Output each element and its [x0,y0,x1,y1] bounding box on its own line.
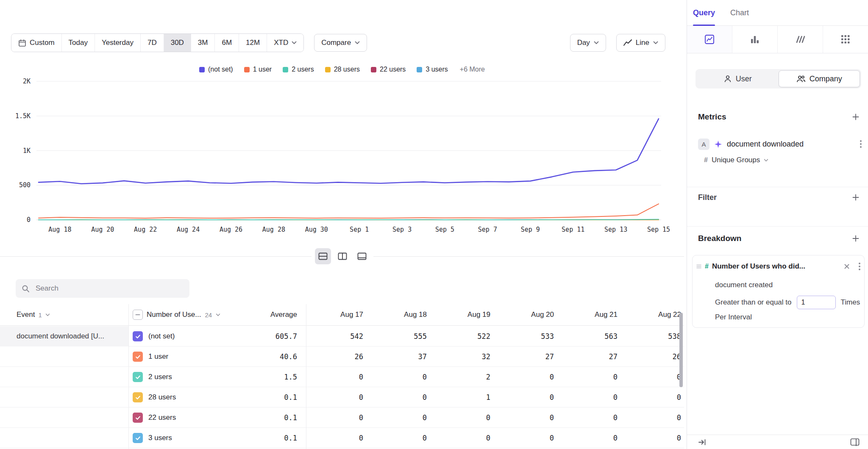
breakdown-menu-button[interactable] [857,261,862,272]
cell-value: 0 [304,387,363,407]
check-icon [135,435,141,441]
remove-breakdown-button[interactable] [843,263,851,270]
cell-value: 538 [622,326,681,346]
event-name-cell[interactable]: document downloaded [U... [0,326,128,346]
series-checkbox[interactable] [133,433,143,443]
metric-menu-button[interactable] [859,139,863,150]
filter-section-header: Filter [698,191,860,203]
plus-icon [852,194,860,201]
table-row: document downloaded [U...(not set)605.75… [0,326,684,346]
series-label: 22 users [148,407,176,428]
cell-value: 0 [495,428,554,448]
collapse-panel-button[interactable] [697,438,707,447]
average-value: 0.1 [237,407,297,428]
breakdown-card: # Number of Users who did... document cr… [692,255,865,328]
toggle-user[interactable]: User [697,70,779,87]
chevron-down-icon [764,159,768,162]
metric-item[interactable]: A document downloaded [698,136,863,152]
breakdown-section-header: Breakdown [698,233,860,244]
cell-value: 0 [558,387,618,407]
check-icon [135,415,141,421]
tab-funnel-chart[interactable] [778,26,823,53]
cell-value: 26 [622,346,681,367]
query-panel: Query Chart User Company [687,0,868,449]
tab-chart[interactable]: Chart [730,0,749,25]
metrics-title: Metrics [698,112,726,122]
cell-value: 555 [367,326,427,346]
table-row: 1 user40.6263732272726 [0,346,684,367]
add-breakdown-button[interactable] [851,234,860,243]
cell-value: 0 [495,367,554,387]
table-row: 22 users0.1000000 [0,407,684,428]
plus-icon [852,235,860,242]
series-label: 28 users [148,387,176,407]
toggle-sidebar-button[interactable] [849,437,860,447]
average-value: 1.5 [237,367,297,387]
number-property-icon: # [705,263,709,270]
threshold-input[interactable] [797,296,836,309]
panel-divider [687,187,868,187]
event-sparkle-icon [714,140,722,148]
cell-value: 0 [367,407,427,428]
panel-divider [687,226,868,227]
tab-query[interactable]: Query [693,0,715,25]
cell-value: 522 [431,326,490,346]
aggregation-label: Unique Groups [712,156,760,164]
series-checkbox[interactable] [133,352,143,362]
breakdown-title: Breakdown [698,234,741,243]
cell-value: 0 [367,428,427,448]
cell-value: 26 [304,346,363,367]
add-metric-button[interactable] [851,112,860,122]
cell-value: 0 [304,428,363,448]
series-checkbox[interactable] [133,372,143,382]
table-row: 28 users0.1001000 [0,387,684,407]
funnel-chart-icon [795,34,805,44]
metric-aggregation-dropdown[interactable]: # Unique Groups [704,154,768,166]
breakdown-event-name[interactable]: document created [715,281,773,289]
plus-icon [852,113,860,121]
column-divider [128,304,129,449]
tab-bar-chart[interactable] [732,26,778,53]
cell-value: 563 [558,326,618,346]
cell-value: 0 [431,407,490,428]
breakdown-property-name[interactable]: Number of Users who did... [712,262,843,271]
chart-module: CustomTodayYesterday7D30D3M6M12MXTD Comp… [0,0,684,449]
cell-value: 0 [495,387,554,407]
cell-value: 533 [495,326,554,346]
cell-value: 0 [622,387,681,407]
per-interval-label[interactable]: Per Interval [715,313,752,322]
check-icon [135,374,141,380]
table-row: 2 users1.5002000 [0,367,684,387]
user-icon [723,75,732,83]
condition-label[interactable]: Greater than or equal to [715,298,792,307]
cell-value: 542 [304,326,363,346]
cell-value: 27 [495,346,554,367]
cell-value: 0 [622,407,681,428]
segmentation-chart-icon [704,34,715,44]
metric-badge: A [698,139,709,150]
cell-value: 0 [495,407,554,428]
filter-title: Filter [698,193,717,202]
series-checkbox[interactable] [133,331,143,341]
series-checkbox[interactable] [133,392,143,402]
metrics-section-header: Metrics [698,111,860,123]
series-label: (not set) [148,326,175,346]
cell-value: 0 [431,428,490,448]
cell-value: 0 [622,428,681,448]
average-value: 605.7 [237,326,297,346]
tab-matrix-chart[interactable] [823,26,868,53]
average-value: 0.1 [237,387,297,407]
vertical-scrollbar[interactable] [679,313,683,387]
add-filter-button[interactable] [851,193,860,202]
toggle-company[interactable]: Company [779,70,860,87]
average-value: 40.6 [237,346,297,367]
cell-value: 27 [558,346,618,367]
series-label: 3 users [148,428,172,448]
tab-segmentation-chart[interactable] [687,26,732,53]
check-icon [135,354,141,360]
drag-handle-icon[interactable] [696,264,702,269]
matrix-chart-icon [841,35,850,44]
series-checkbox[interactable] [133,413,143,423]
analytics-app: CustomTodayYesterday7D30D3M6M12MXTD Comp… [0,0,868,449]
series-label: 2 users [148,367,172,387]
